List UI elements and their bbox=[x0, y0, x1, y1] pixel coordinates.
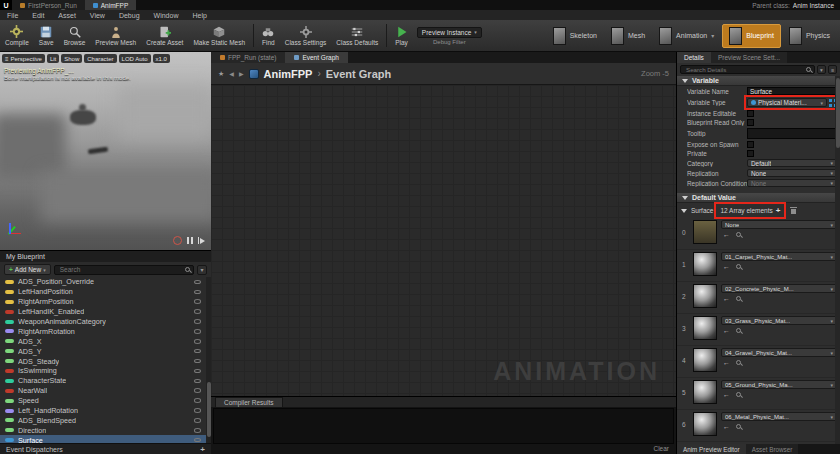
eye-icon[interactable] bbox=[194, 309, 201, 314]
view-options-icon[interactable]: ≡ bbox=[828, 65, 837, 74]
material-dropdown[interactable]: 05_Ground_Physic_Ma...▾ bbox=[721, 380, 837, 389]
eye-icon[interactable] bbox=[194, 299, 201, 304]
preview-mesh-button[interactable]: Preview Mesh bbox=[90, 20, 141, 51]
save-button[interactable]: Save bbox=[34, 20, 59, 51]
eye-icon[interactable] bbox=[194, 319, 201, 324]
preview-instance-dropdown[interactable]: Preview Instance ▾ bbox=[417, 27, 482, 38]
variable-type-dropdown[interactable]: Physical Materi... ▾ bbox=[747, 98, 827, 107]
use-selected-icon[interactable]: ← bbox=[723, 231, 730, 238]
replication-dropdown[interactable]: None▾ bbox=[747, 169, 837, 178]
menu-edit[interactable]: Edit bbox=[25, 10, 51, 20]
material-thumbnail[interactable] bbox=[693, 380, 717, 404]
event-dispatchers-header[interactable]: Event Dispatchers + bbox=[0, 443, 211, 454]
variable-section-header[interactable]: Variable bbox=[677, 76, 840, 86]
pause-icon[interactable] bbox=[187, 237, 193, 244]
material-thumbnail[interactable] bbox=[693, 316, 717, 340]
details-search-box[interactable] bbox=[680, 65, 815, 75]
scrollbar-thumb[interactable] bbox=[207, 382, 211, 437]
lit-button[interactable]: Lit bbox=[47, 54, 59, 63]
step-forward-icon[interactable] bbox=[198, 237, 206, 244]
expand-arrow-icon[interactable] bbox=[681, 209, 687, 213]
replication-condition-dropdown[interactable]: None▾ bbox=[747, 179, 837, 188]
add-new-button[interactable]: + Add New ▾ bbox=[4, 264, 51, 275]
make-static-mesh-button[interactable]: Make Static Mesh bbox=[188, 20, 250, 51]
eye-icon[interactable] bbox=[194, 359, 201, 364]
lod-auto-button[interactable]: LOD Auto bbox=[119, 54, 151, 63]
variable-row[interactable]: WeaponAnimationCategory bbox=[0, 317, 211, 327]
browse-button[interactable]: Browse bbox=[59, 20, 91, 51]
variable-row[interactable]: ADS_Position_Override bbox=[0, 277, 211, 287]
tab-asset-browser[interactable]: Asset Browser bbox=[746, 444, 799, 454]
mode-physics-button[interactable]: Physics bbox=[783, 25, 836, 47]
blueprint-search-input[interactable] bbox=[58, 265, 185, 274]
mode-animation-button[interactable]: Animation ▾ bbox=[653, 25, 720, 47]
playback-speed-button[interactable]: x1.0 bbox=[153, 54, 170, 63]
play-button[interactable]: Play bbox=[390, 20, 413, 51]
filter-icon[interactable]: ▾ bbox=[197, 265, 207, 275]
variable-row-selected[interactable]: Surface bbox=[0, 435, 211, 443]
perspective-button[interactable]: ≡ Perspective bbox=[2, 54, 45, 63]
add-element-icon[interactable]: + bbox=[776, 206, 781, 215]
use-selected-icon[interactable]: ← bbox=[723, 359, 730, 366]
variable-row[interactable]: Speed bbox=[0, 396, 211, 406]
use-selected-icon[interactable]: ← bbox=[723, 423, 730, 430]
parent-class-value[interactable]: Anim Instance bbox=[793, 2, 834, 9]
variable-row[interactable]: Direction bbox=[0, 425, 211, 435]
tab-fpp-run-state[interactable]: FPP_Run (state) bbox=[211, 52, 285, 63]
class-settings-button[interactable]: Class Settings bbox=[280, 20, 332, 51]
browse-to-asset-icon[interactable] bbox=[736, 264, 741, 269]
mode-mesh-button[interactable]: Mesh bbox=[605, 25, 651, 47]
menu-asset[interactable]: Asset bbox=[51, 10, 83, 20]
variable-name-input[interactable] bbox=[747, 87, 837, 95]
variable-row[interactable]: LeftHandPosition bbox=[0, 287, 211, 297]
browse-to-asset-icon[interactable] bbox=[736, 424, 741, 429]
eye-icon[interactable] bbox=[194, 438, 201, 443]
eye-icon[interactable] bbox=[194, 379, 201, 384]
character-button[interactable]: Character bbox=[84, 54, 116, 63]
variable-row[interactable]: ADS_BlendSpeed bbox=[0, 415, 211, 425]
menu-debug[interactable]: Debug bbox=[112, 10, 147, 20]
scrollbar[interactable] bbox=[835, 76, 840, 444]
eye-icon[interactable] bbox=[194, 349, 201, 354]
material-dropdown[interactable]: 06_Metal_Physic_Mat...▾ bbox=[721, 412, 837, 421]
bookmark-icon[interactable]: ★ bbox=[218, 70, 224, 78]
material-dropdown[interactable]: 04_Gravel_Physic_Mat...▾ bbox=[721, 348, 837, 357]
variable-row[interactable]: IsSwimming bbox=[0, 366, 211, 376]
browse-to-asset-icon[interactable] bbox=[736, 392, 741, 397]
eye-icon[interactable] bbox=[194, 339, 201, 344]
tab-details[interactable]: Details bbox=[677, 52, 711, 63]
clear-array-icon[interactable] bbox=[790, 207, 797, 215]
window-tab-firstperson-run[interactable]: FirstPerson_Run bbox=[12, 0, 85, 10]
material-dropdown[interactable]: 03_Grass_Physic_Mat...▾ bbox=[721, 316, 837, 325]
compile-button[interactable]: Compile bbox=[0, 20, 34, 51]
my-blueprint-header[interactable]: My Blueprint bbox=[0, 251, 211, 262]
use-selected-icon[interactable]: ← bbox=[723, 327, 730, 334]
variable-row[interactable]: Left_HandRotation bbox=[0, 406, 211, 416]
eye-icon[interactable] bbox=[194, 388, 201, 393]
find-button[interactable]: Find bbox=[257, 20, 280, 51]
blueprint-read-only-checkbox[interactable] bbox=[747, 119, 754, 126]
browse-to-asset-icon[interactable] bbox=[736, 232, 741, 237]
clear-button[interactable]: Clear bbox=[653, 445, 669, 452]
tooltip-input[interactable] bbox=[747, 128, 837, 139]
mode-skeleton-button[interactable]: Skeleton bbox=[547, 25, 603, 47]
category-dropdown[interactable]: Default▾ bbox=[747, 159, 837, 168]
material-dropdown[interactable]: None▾ bbox=[721, 220, 837, 229]
material-thumbnail[interactable] bbox=[693, 412, 717, 436]
tab-preview-scene-settings[interactable]: Preview Scene Sett... bbox=[711, 52, 787, 63]
tab-anim-preview-editor[interactable]: Anim Preview Editor bbox=[677, 444, 746, 454]
eye-icon[interactable] bbox=[194, 369, 201, 374]
use-selected-icon[interactable]: ← bbox=[723, 295, 730, 302]
browse-to-asset-icon[interactable] bbox=[736, 328, 741, 333]
tab-event-graph[interactable]: Event Graph bbox=[285, 52, 348, 63]
preview-viewport[interactable]: ≡ Perspective Lit Show Character LOD Aut… bbox=[0, 52, 211, 250]
variable-row[interactable]: CharacterState bbox=[0, 376, 211, 386]
window-tab-animfpp[interactable]: AnimFPP bbox=[85, 0, 136, 10]
eye-icon[interactable] bbox=[194, 290, 201, 295]
use-selected-icon[interactable]: ← bbox=[723, 391, 730, 398]
eye-icon[interactable] bbox=[194, 418, 201, 423]
menu-file[interactable]: File bbox=[0, 10, 25, 20]
mode-blueprint-button[interactable]: Blueprint bbox=[722, 24, 781, 48]
breadcrumb-root[interactable]: AnimFPP bbox=[264, 68, 313, 80]
create-asset-button[interactable]: Create Asset bbox=[141, 20, 188, 51]
